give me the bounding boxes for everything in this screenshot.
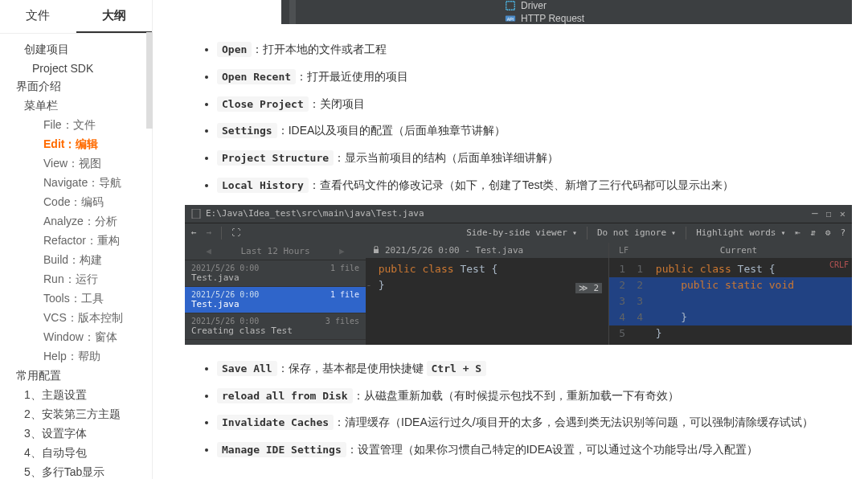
nav-item[interactable]: File：文件 bbox=[0, 116, 152, 135]
nav-item[interactable]: 1、主题设置 bbox=[0, 386, 152, 405]
doc-item: Close Project：关闭项目 bbox=[217, 95, 852, 114]
nav-item[interactable]: Window：窗体 bbox=[0, 328, 152, 347]
term-code: Settings bbox=[217, 123, 277, 138]
ide-body: ◀ Last 12 Hours ▶ 2021/5/26 0:001 fileTe… bbox=[185, 243, 852, 345]
term-code: Close Project bbox=[217, 96, 309, 112]
history-row[interactable]: 2021/5/26 0:001 fileTest.java bbox=[185, 260, 366, 287]
tab-file[interactable]: 文件 bbox=[0, 0, 76, 33]
svg-text:API: API bbox=[507, 17, 514, 22]
api-icon: API bbox=[505, 13, 516, 24]
diff-jump[interactable]: ≫ 2 bbox=[575, 283, 602, 293]
doc-item: Settings：IDEA以及项目的配置（后面单独章节讲解） bbox=[217, 121, 852, 141]
nav-item[interactable]: 界面介绍 bbox=[0, 77, 152, 96]
nav-item[interactable]: Analyze：分析 bbox=[0, 212, 152, 231]
desc-text: ：IDEA以及项目的配置（后面单独章节讲解） bbox=[277, 124, 506, 137]
svg-rect-3 bbox=[192, 209, 200, 219]
nav-item[interactable]: Build：构建 bbox=[0, 251, 152, 270]
ide-title-text: E:\Java\Idea_test\src\main\java\Test.jav… bbox=[206, 208, 424, 219]
desc-text: ：关闭项目 bbox=[309, 97, 365, 110]
ide-screenshot: E:\Java\Idea_test\src\main\java\Test.jav… bbox=[185, 205, 852, 345]
nav-item[interactable]: Refactor：重构 bbox=[0, 231, 152, 251]
diff-panes: 2021/5/26 0:00 - Test.java public class … bbox=[366, 243, 852, 345]
desc-text: ：显示当前项目的结构（后面单独详细讲解） bbox=[334, 151, 559, 164]
highlight-select[interactable]: Highlight words bbox=[696, 227, 785, 238]
desc-text: ：打开本地的文件或者工程 bbox=[252, 43, 387, 55]
ide-titlebar: E:\Java\Idea_test\src\main\java\Test.jav… bbox=[185, 205, 852, 223]
sync-button[interactable]: ⇵ bbox=[810, 227, 816, 238]
minimize-icon[interactable]: ─ bbox=[812, 208, 817, 219]
dropdown-preview: Driver API HTTP Request bbox=[281, 0, 852, 24]
dropdown-item-label: HTTP Request bbox=[521, 13, 584, 24]
term-code: Open Recent bbox=[217, 69, 296, 84]
ide-toolbar: ← → ⛶ Side-by-side viewer Do not ignore … bbox=[185, 223, 852, 243]
lock-icon bbox=[372, 246, 380, 254]
expand-button[interactable]: ⛶ bbox=[231, 227, 240, 238]
nav-item[interactable]: 5、多行Tab显示 bbox=[0, 463, 152, 479]
nav-item[interactable]: Tools：工具 bbox=[0, 289, 152, 309]
help-icon[interactable]: ? bbox=[840, 227, 845, 238]
doc-item: Local History：查看代码文件的修改记录（如下，创建了Test类、新增… bbox=[217, 176, 852, 195]
viewer-select[interactable]: Side-by-side viewer bbox=[466, 227, 577, 238]
nav-item[interactable]: 4、自动导包 bbox=[0, 444, 152, 463]
nav-item[interactable]: 2、安装第三方主题 bbox=[0, 405, 152, 424]
lf-badge: LF bbox=[616, 245, 632, 256]
desc-text: ：查看代码文件的修改记录（如下，创建了Test类、新增了三行代码都可以显示出来） bbox=[309, 178, 735, 191]
nav-item[interactable]: Run：运行 bbox=[0, 270, 152, 289]
back-button[interactable]: ← bbox=[191, 227, 197, 238]
sidebar-nav: 创建项目Project SDK界面介绍菜单栏File：文件Edit：编辑View… bbox=[0, 34, 152, 479]
left-pane-title: 2021/5/26 0:00 - Test.java bbox=[385, 245, 523, 256]
nav-item[interactable]: 菜单栏 bbox=[0, 96, 152, 116]
term-code: Invalidate Caches bbox=[217, 415, 334, 430]
nav-item[interactable]: 创建项目 bbox=[0, 40, 152, 59]
file-icon bbox=[191, 209, 201, 219]
crlf-badge: CRLF bbox=[829, 260, 849, 269]
doc-list-1: Open：打开本地的文件或者工程Open Recent：打开最近使用的项目Clo… bbox=[185, 40, 852, 195]
nav-item[interactable]: 常用配置 bbox=[0, 366, 152, 386]
right-pane-title: Current bbox=[720, 245, 757, 256]
right-code: 11 public class Test { 22 public static … bbox=[609, 258, 852, 345]
desc-text: ：打开最近使用的项目 bbox=[296, 70, 408, 83]
svg-rect-4 bbox=[374, 249, 379, 253]
gear-icon[interactable]: ⚙ bbox=[825, 227, 831, 238]
tab-outline[interactable]: 大纲 bbox=[76, 0, 153, 33]
term-code: Manage IDE Settings bbox=[217, 442, 346, 457]
close-icon[interactable]: ✕ bbox=[840, 208, 845, 219]
driver-icon bbox=[505, 0, 516, 11]
panel-stub bbox=[289, 0, 296, 24]
svg-rect-0 bbox=[506, 2, 515, 10]
dropdown-item-http[interactable]: API HTTP Request bbox=[505, 13, 584, 24]
content-area: Driver API HTTP Request Open：打开本地的文件或者工程… bbox=[153, 0, 868, 479]
forward-button[interactable]: → bbox=[207, 227, 212, 238]
shortcut-code: Ctrl + S bbox=[427, 361, 487, 376]
doc-item: Open Recent：打开最近使用的项目 bbox=[217, 68, 852, 87]
history-header: ◀ Last 12 Hours ▶ bbox=[185, 243, 366, 260]
nav-item[interactable]: Help：帮助 bbox=[0, 347, 152, 366]
sidebar-scrollbar[interactable] bbox=[146, 32, 153, 129]
nav-item[interactable]: Edit：编辑 bbox=[0, 135, 152, 154]
sidebar: 文件 大纲 创建项目Project SDK界面介绍菜单栏File：文件Edit：… bbox=[0, 0, 153, 479]
doc-item: Open：打开本地的文件或者工程 bbox=[217, 40, 852, 59]
left-code: public class Test { - } bbox=[366, 258, 608, 297]
nav-item[interactable]: Navigate：导航 bbox=[0, 174, 152, 193]
desc-text: ：从磁盘重新加载（有时候提示包找不到，重新加载一下有奇效） bbox=[353, 389, 679, 402]
history-row[interactable]: 2021/5/26 0:003 filesCreating class Test bbox=[185, 313, 366, 340]
nav-item[interactable]: VCS：版本控制 bbox=[0, 309, 152, 328]
doc-list-2: Save All：保存，基本都是使用快捷键 Ctrl + Sreload all… bbox=[185, 359, 852, 460]
collapse-button[interactable]: ⇤ bbox=[796, 227, 801, 238]
ignore-select[interactable]: Do not ignore bbox=[597, 227, 676, 238]
history-row[interactable]: 2021/5/26 0:001 fileTest.java bbox=[185, 287, 366, 313]
term-code: Open bbox=[217, 42, 252, 57]
nav-item[interactable]: Code：编码 bbox=[0, 193, 152, 212]
desc-text: ：清理缓存（IDEA运行过久/项目开的太多，会遇到类无法识别等问题，可以强制清除… bbox=[334, 416, 813, 428]
history-panel: ◀ Last 12 Hours ▶ 2021/5/26 0:001 fileTe… bbox=[185, 243, 366, 345]
doc-item: Save All：保存，基本都是使用快捷键 Ctrl + S bbox=[217, 359, 852, 379]
nav-item[interactable]: Project SDK bbox=[0, 59, 152, 77]
dropdown-item-driver[interactable]: Driver bbox=[505, 0, 584, 11]
term-code: Save All bbox=[217, 361, 277, 376]
nav-item[interactable]: 3、设置字体 bbox=[0, 424, 152, 444]
nav-item[interactable]: View：视图 bbox=[0, 154, 152, 174]
dropdown-item-label: Driver bbox=[521, 0, 547, 11]
maximize-icon[interactable]: ☐ bbox=[826, 208, 832, 219]
doc-item: reload all from Disk：从磁盘重新加载（有时候提示包找不到，重… bbox=[217, 387, 852, 406]
desc-text: ：设置管理（如果你习惯自己特定的IDEA设置，可以通过这个功能导出/导入配置） bbox=[346, 443, 759, 456]
